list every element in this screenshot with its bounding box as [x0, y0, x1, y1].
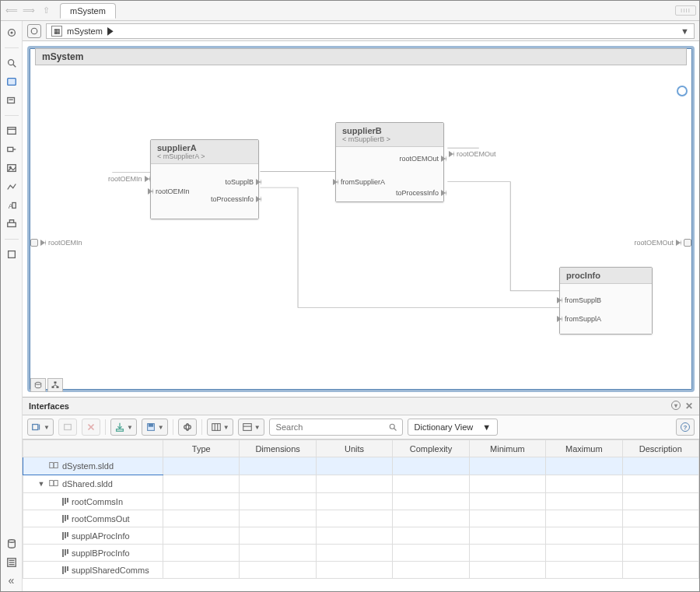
canvas-layers-button[interactable] — [30, 378, 46, 392]
table-row[interactable]: supplSharedComms — [23, 562, 699, 579]
editor-tab[interactable]: mSystem — [60, 3, 116, 19]
table-cell[interactable] — [163, 475, 240, 493]
port-in[interactable]: rootOEMIn — [148, 187, 190, 195]
table-cell[interactable] — [469, 545, 545, 562]
table-cell[interactable] — [316, 457, 392, 475]
add-item-button[interactable]: ▼ — [27, 419, 54, 436]
db-icon[interactable] — [5, 537, 19, 551]
column-header[interactable]: Units — [316, 440, 392, 457]
view-select[interactable]: Dictionary View ▼ — [408, 419, 499, 436]
column-header[interactable]: Type — [163, 440, 240, 457]
table-cell[interactable] — [393, 457, 469, 475]
table-cell[interactable] — [469, 562, 545, 579]
table-cell[interactable] — [546, 493, 622, 510]
table-cell[interactable] — [546, 475, 622, 493]
table-cell[interactable] — [546, 457, 622, 475]
table-cell[interactable] — [469, 475, 545, 493]
table-cell[interactable] — [393, 562, 469, 579]
table-cell[interactable] — [622, 562, 698, 579]
home-target-button[interactable] — [27, 24, 41, 38]
filter-button[interactable]: ▼ — [238, 419, 264, 436]
window-icon[interactable] — [5, 124, 19, 138]
table-cell[interactable] — [316, 562, 392, 579]
help-button[interactable]: ? — [676, 419, 695, 436]
table-cell[interactable] — [240, 562, 316, 579]
table-cell[interactable] — [469, 510, 545, 527]
table-cell[interactable] — [163, 562, 240, 579]
shape-icon[interactable] — [5, 247, 19, 261]
canvas-output-port[interactable]: rootOEMOut — [634, 239, 691, 247]
table-cell[interactable] — [622, 510, 698, 527]
column-header[interactable]: Maximum — [546, 440, 622, 457]
table-cell[interactable] — [163, 493, 240, 510]
port-in[interactable]: fromSupplierA — [333, 178, 385, 186]
table-cell[interactable] — [240, 493, 316, 510]
column-header[interactable]: Description — [622, 440, 698, 457]
table-cell[interactable] — [546, 545, 622, 562]
table-cell[interactable] — [316, 475, 392, 493]
table-cell[interactable] — [469, 457, 545, 475]
table-cell[interactable] — [393, 510, 469, 527]
table-cell[interactable] — [240, 527, 316, 545]
search-box[interactable] — [269, 419, 403, 436]
annotation-icon[interactable] — [5, 93, 19, 107]
column-header[interactable]: Minimum — [469, 440, 545, 457]
save-button[interactable]: ▼ — [142, 419, 168, 436]
import-button[interactable]: ▼ — [110, 419, 137, 436]
block-supplierA[interactable]: supplierA < mSupplierA > rootOEMIn toSup… — [150, 139, 259, 219]
collapse-left-icon[interactable]: « — [9, 574, 15, 587]
table-cell[interactable] — [240, 457, 316, 475]
table-cell[interactable] — [240, 475, 316, 493]
table-cell[interactable] — [469, 493, 545, 510]
table-cell[interactable] — [393, 493, 469, 510]
table-row[interactable]: supplAProcInfo — [23, 527, 699, 545]
zoom-icon[interactable] — [5, 56, 19, 70]
table-row[interactable]: rootCommsOut — [23, 510, 699, 527]
table-cell[interactable] — [316, 493, 392, 510]
table-cell[interactable] — [546, 527, 622, 545]
nav-forward-icon[interactable]: ⟹ — [21, 3, 37, 19]
columns-button[interactable]: ▼ — [207, 419, 233, 436]
column-header[interactable] — [23, 440, 163, 457]
column-header[interactable]: Complexity — [393, 440, 469, 457]
breadcrumb-dropdown-icon[interactable]: ▼ — [681, 26, 689, 36]
delete-button[interactable] — [82, 419, 100, 436]
table-cell[interactable] — [240, 545, 316, 562]
fit-icon[interactable] — [5, 75, 19, 89]
target-icon[interactable] — [5, 26, 19, 40]
search-input[interactable] — [275, 422, 385, 433]
table-cell[interactable] — [163, 527, 240, 545]
table-cell[interactable] — [393, 475, 469, 493]
breadcrumb-path[interactable]: ▦ mSystem ▶ ▼ — [46, 23, 695, 39]
table-cell[interactable] — [622, 475, 698, 493]
table-cell[interactable] — [163, 510, 240, 527]
port-in[interactable]: fromSupplB — [557, 296, 601, 304]
table-cell[interactable] — [393, 527, 469, 545]
link-button[interactable] — [178, 419, 197, 436]
table-cell[interactable] — [622, 493, 698, 510]
table-cell[interactable] — [546, 562, 622, 579]
canvas-hierarchy-button[interactable] — [47, 378, 63, 392]
port-out[interactable]: toProcessInfo — [211, 195, 261, 203]
table-row[interactable]: ▼dShared.sldd — [23, 475, 699, 493]
nav-up-icon[interactable]: ⇧ — [38, 3, 54, 19]
image-icon[interactable] — [5, 161, 19, 175]
panel-menu-icon[interactable]: ▾ — [671, 401, 681, 410]
table-cell[interactable] — [469, 527, 545, 545]
canvas-input-port[interactable]: rootOEMIn — [30, 239, 82, 247]
column-header[interactable]: Dimensions — [240, 440, 316, 457]
expand-caret-icon[interactable]: ▼ — [37, 480, 45, 488]
table-row[interactable]: supplBProcInfo — [23, 545, 699, 562]
text-icon[interactable]: A — [5, 198, 19, 212]
port-out[interactable]: toSupplB — [225, 178, 261, 186]
nav-back-icon[interactable]: ⟸ — [4, 3, 19, 19]
table-row[interactable]: dSystem.sldd — [23, 457, 699, 475]
table-row[interactable]: rootCommsIn — [23, 493, 699, 510]
table-cell[interactable] — [163, 457, 240, 475]
table-cell[interactable] — [622, 457, 698, 475]
panel-close-icon[interactable]: ✕ — [685, 401, 693, 412]
step-icon[interactable] — [5, 217, 19, 231]
port-icon[interactable] — [5, 142, 19, 156]
block-procInfo[interactable]: procInfo fromSupplB fromSupplA — [559, 267, 653, 335]
remove-item-button[interactable] — [58, 419, 77, 436]
